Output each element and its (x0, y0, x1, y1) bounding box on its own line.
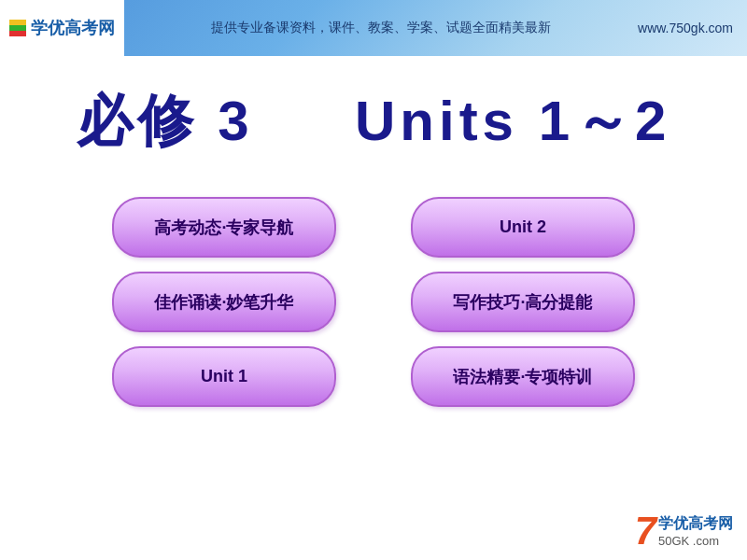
main-content: 必修 3 Units 1～2 高考动态·专家导航 Unit 2 佳作诵读·妙笔升… (0, 56, 747, 560)
logo-area: 学优高考网 (0, 0, 124, 56)
header-tagline: 提供专业备课资料，课件、教案、学案、试题全面精美最新 (124, 20, 638, 36)
watermark-number: 7 (635, 511, 656, 551)
watermark: 7 学优高考网 50GK .com (635, 511, 733, 551)
page-title: 必修 3 Units 1～2 (77, 84, 671, 160)
button-grid: 高考动态·专家导航 Unit 2 佳作诵读·妙笔升华 写作技巧·高分提能 Uni… (112, 197, 635, 407)
header-url: www.750gk.com (638, 21, 733, 35)
logo-text: 学优高考网 (31, 17, 115, 39)
btn-gaokao-navigation[interactable]: 高考动态·专家导航 (112, 197, 336, 258)
watermark-url: 50GK .com (658, 534, 733, 548)
btn-unit2[interactable]: Unit 2 (411, 197, 635, 258)
title-english: Units 1～2 (355, 90, 670, 152)
btn-grammar[interactable]: 语法精要·专项特训 (411, 346, 635, 407)
watermark-name: 学优高考网 (658, 514, 733, 534)
header: 学优高考网 提供专业备课资料，课件、教案、学案、试题全面精美最新 www.750… (0, 0, 747, 56)
btn-unit1[interactable]: Unit 1 (112, 346, 336, 407)
flag-bar-red (9, 31, 26, 36)
title-chinese: 必修 3 (77, 90, 254, 152)
btn-reading-writing[interactable]: 佳作诵读·妙笔升华 (112, 272, 336, 332)
btn-writing-skills[interactable]: 写作技巧·高分提能 (411, 272, 635, 332)
logo-flag (9, 20, 26, 36)
watermark-text-block: 学优高考网 50GK .com (658, 514, 733, 548)
